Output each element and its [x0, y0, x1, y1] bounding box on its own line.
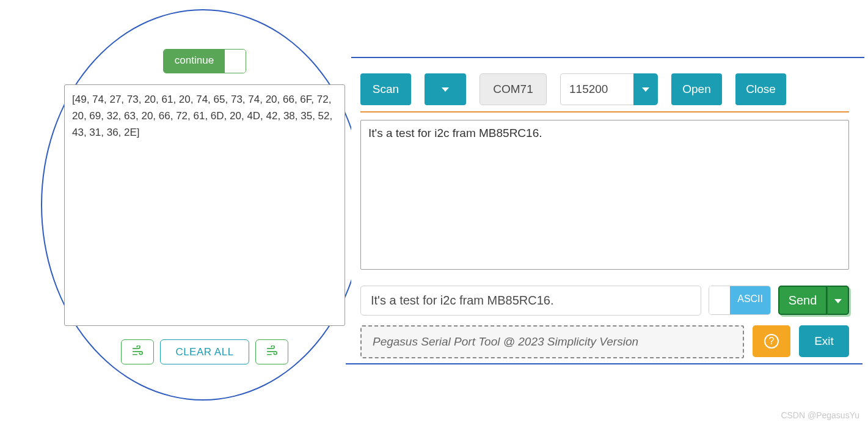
encoding-toggle[interactable]: ASCII: [709, 286, 771, 315]
clear-all-button[interactable]: CLEAR ALL: [160, 339, 249, 364]
encoding-toggle-off: [709, 286, 730, 314]
fan-left-button[interactable]: [121, 339, 154, 364]
hex-output: [49, 74, 27, 73, 20, 61, 20, 74, 65, 73,…: [64, 84, 345, 326]
fan-right-button[interactable]: [255, 339, 288, 364]
encoding-toggle-label: ASCII: [730, 286, 770, 314]
toolbar: Scan COM71 Open Close: [360, 73, 849, 105]
open-button[interactable]: Open: [671, 73, 722, 105]
scan-options-dropdown[interactable]: [425, 73, 466, 105]
bubble-connector-top: [351, 57, 864, 59]
caret-down-icon: [442, 87, 449, 92]
continue-toggle-off: [225, 50, 246, 73]
receive-textarea[interactable]: It's a test for i2c fram MB85RC16.: [360, 120, 849, 270]
caret-down-icon: [642, 87, 649, 92]
scan-button[interactable]: Scan: [360, 73, 411, 105]
transmit-input[interactable]: [360, 286, 701, 316]
baud-group: [560, 73, 658, 105]
send-dropdown[interactable]: [827, 286, 849, 315]
watermark: CSDN @PegasusYu: [781, 410, 859, 420]
continue-toggle-wrap: continue: [64, 49, 345, 73]
com-port-display[interactable]: COM71: [480, 73, 547, 105]
wind-icon: [266, 346, 278, 358]
help-icon: ?: [764, 334, 779, 349]
exit-button[interactable]: Exit: [799, 325, 849, 357]
close-button[interactable]: Close: [735, 73, 786, 105]
baud-rate-input[interactable]: [560, 73, 633, 105]
send-button[interactable]: Send: [778, 286, 827, 315]
send-row: ASCII Send: [360, 286, 849, 316]
toolbar-separator: [360, 111, 849, 113]
caret-down-icon: [834, 299, 842, 303]
continue-toggle[interactable]: continue: [163, 49, 246, 73]
left-bottom-controls: CLEAR ALL: [64, 339, 345, 364]
bubble-connector-bottom: [346, 363, 863, 366]
footer-note: Pegasus Serial Port Tool @ 2023 Simplici…: [360, 325, 744, 358]
footer-row: Pegasus Serial Port Tool @ 2023 Simplici…: [360, 325, 849, 358]
help-button[interactable]: ?: [753, 325, 790, 357]
send-group: Send: [778, 286, 849, 315]
baud-rate-dropdown[interactable]: [633, 73, 658, 105]
right-panel: Scan COM71 Open Close It's a test for i2…: [360, 73, 849, 358]
left-panel: continue [49, 74, 27, 73, 20, 61, 20, 74…: [64, 49, 345, 364]
continue-toggle-label: continue: [164, 50, 225, 73]
wind-icon: [131, 346, 144, 358]
